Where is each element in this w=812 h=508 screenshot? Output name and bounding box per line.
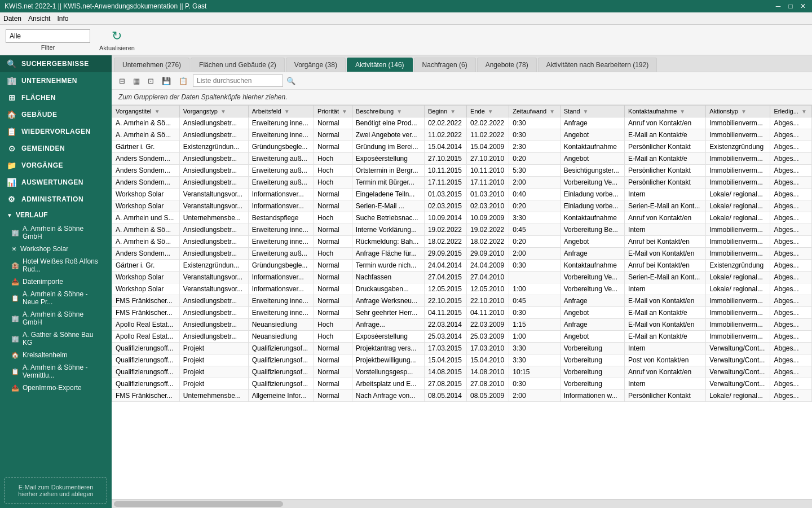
table-row[interactable]: Qualifizierungsoff...ProjektQualifizieru… [112, 343, 812, 354]
verlauf-item-hotel[interactable]: 🏨 Hotel Weißes Roß Alfons Rud... [0, 255, 112, 275]
sidebar-item-flaechen[interactable]: ⊞ FLÄCHEN [0, 89, 112, 106]
sidebar-item-administration[interactable]: ⚙ ADMINISTRATION [0, 191, 112, 208]
table-cell: Normal [314, 200, 352, 212]
tab-aktivitaeten[interactable]: Aktivitäten (146) [347, 58, 413, 72]
verlauf-item-gather[interactable]: 🏢 A. Gather & Söhne Bau KG [0, 329, 112, 349]
tab-aktivitaeten-bearbeiter[interactable]: Aktivitäten nach Bearbeitern (192) [538, 58, 657, 72]
close-button[interactable]: ✕ [798, 2, 807, 10]
table-cell: Vorbereitung [560, 378, 624, 390]
verlauf-item-label: A. Amrhein & Söhne - Neue Pr... [23, 290, 105, 306]
tab-flaechen[interactable]: Flächen und Gebäude (2) [191, 58, 285, 72]
col-beschreibung[interactable]: Beschreibung ▼ [352, 106, 424, 117]
data-table-wrapper[interactable]: Vorgangstitel ▼ Vorgangstyp ▼ Arbeitsfel… [112, 105, 812, 499]
col-prioritaet[interactable]: Priorität ▼ [314, 106, 352, 117]
col-erledigt[interactable]: Erledig... ▼ [770, 106, 812, 117]
table-row[interactable]: A. Amrhein & Sö...Ansiedlungsbetr...Erwe… [112, 236, 812, 248]
table-cell: Immobilienverm... [706, 248, 770, 260]
sidebar-item-suchergebnisse[interactable]: 🔍 SUCHERGEBNISSE [0, 55, 112, 72]
table-row[interactable]: Anders Sondern...Ansiedlungsbetr...Erwei… [112, 177, 812, 189]
sidebar-item-auswertungen[interactable]: 📊 AUSWERTUNGEN [0, 174, 112, 191]
col-zeitaufwand[interactable]: Zeitaufwand ▼ [509, 106, 560, 117]
verlauf-item-amrhein-gmbh2[interactable]: 🏢 A. Amrhein & Söhne GmbH [0, 308, 112, 329]
col-kontaktaufnahme[interactable]: Kontaktaufnahme ▼ [625, 106, 706, 117]
table-row[interactable]: Workshop SolarVeranstaltungsvor...Inform… [112, 200, 812, 212]
tool-grid-btn[interactable]: ▦ [130, 75, 143, 87]
col-vorgangstyp[interactable]: Vorgangstyp ▼ [179, 106, 248, 117]
table-row[interactable]: Gärtner i. Gr.Existenzgründun...Gründung… [112, 260, 812, 271]
table-row[interactable]: Anders Sondern...Ansiedlungsbetr...Erwei… [112, 153, 812, 165]
menu-info[interactable]: Info [57, 15, 68, 23]
tool-copy-btn[interactable]: 📋 [176, 75, 191, 87]
grid-icon: ⊞ [7, 93, 17, 102]
refresh-group[interactable]: ↻ Aktualisieren [99, 29, 135, 51]
sidebar-item-gebaeude[interactable]: 🏠 GEBÄUDE [0, 106, 112, 123]
menu-daten[interactable]: Daten [3, 15, 21, 23]
menu-ansicht[interactable]: Ansicht [28, 15, 50, 23]
table-row[interactable]: A. Amrhein und S...Unternehmensbe...Best… [112, 212, 812, 224]
filter-group: Filter [6, 29, 90, 51]
table-row[interactable]: Workshop SolarVeranstaltungsvor...Inform… [112, 271, 812, 283]
scrollbar-thumb[interactable] [114, 501, 283, 507]
table-row[interactable]: A. Amrhein & Sö...Ansiedlungsbetr...Erwe… [112, 117, 812, 129]
table-row[interactable]: Anders Sondern...Ansiedlungsbetr...Erwei… [112, 165, 812, 177]
table-cell: Ansiedlungsbetr... [179, 117, 248, 129]
table-row[interactable]: Anders Sondern...Ansiedlungsbetr...Erwei… [112, 248, 812, 260]
search-input[interactable] [6, 29, 90, 43]
col-vorgangstitel[interactable]: Vorgangstitel ▼ [112, 106, 180, 117]
tool-save-btn[interactable]: 💾 [159, 75, 174, 87]
list-search-button[interactable]: 🔍 [286, 77, 295, 85]
table-row[interactable]: FMS Fränkischer...Ansiedlungsbetr...Erwe… [112, 295, 812, 307]
table-row[interactable]: Workshop SolarVeranstaltungsvor...Inform… [112, 189, 812, 200]
table-cell: Besichtigungster... [560, 165, 624, 177]
table-row[interactable]: Qualifizierungsoff...ProjektQualifizieru… [112, 378, 812, 390]
tool-toggle-btn[interactable]: ⊟ [116, 75, 128, 87]
verlauf-item-amrhein-neue[interactable]: 📋 A. Amrhein & Söhne - Neue Pr... [0, 288, 112, 308]
col-stand[interactable]: Stand ▼ [560, 106, 624, 117]
verlauf-item-kreisaltenheim[interactable]: 🏠 Kreisaltenheim [0, 349, 112, 361]
table-cell: Normal [314, 343, 352, 354]
tab-vorgaenge[interactable]: Vorgänge (38) [286, 58, 346, 72]
table-cell: 14.08.2015 [424, 366, 466, 378]
table-row[interactable]: FMS Fränkischer...Unternehmensbe...Allge… [112, 390, 812, 402]
table-cell: Druckausgaben... [352, 283, 424, 295]
sidebar-item-unternehmen[interactable]: 🏢 UNTERNEHMEN [0, 72, 112, 89]
table-row[interactable]: FMS Fränkischer...Ansiedlungsbetr...Erwe… [112, 307, 812, 319]
verlauf-item-workshop-solar[interactable]: ☀ Workshop Solar [0, 243, 112, 255]
table-row[interactable]: Workshop SolarVeranstaltungsvor...Inform… [112, 283, 812, 295]
list-search-input[interactable] [193, 75, 283, 87]
sidebar-label-wiedervorlagen: WIEDERVORLAGEN [21, 128, 91, 135]
maximize-button[interactable]: □ [786, 2, 795, 10]
table-row[interactable]: Qualifizierungsoff...ProjektQualifizieru… [112, 366, 812, 378]
sidebar-item-vorgaenge[interactable]: 📁 VORGÄNGE [0, 157, 112, 174]
table-row[interactable]: Gärtner i. Gr.Existenzgründun...Gründung… [112, 141, 812, 153]
verlauf-header[interactable]: ▼ VERLAUF [0, 208, 112, 222]
horizontal-scrollbar[interactable] [112, 499, 812, 508]
verlauf-export-icon: 📤 [11, 384, 19, 392]
table-row[interactable]: Apollo Real Estat...Ansiedlungsbetr...Ne… [112, 331, 812, 343]
verlauf-item-datenimporte[interactable]: 📥 Datenimporte [0, 275, 112, 288]
table-cell: Immobilienverm... [706, 129, 770, 141]
table-cell: Abges... [770, 354, 812, 366]
sidebar-item-wiedervorlagen[interactable]: 📋 WIEDERVORLAGEN [0, 123, 112, 140]
table-cell: Projekt [179, 343, 248, 354]
table-row[interactable]: A. Amrhein & Sö...Ansiedlungsbetr...Erwe… [112, 224, 812, 236]
col-aktionstyp[interactable]: Aktionstyp ▼ [706, 106, 770, 117]
table-cell: Informationsver... [248, 283, 314, 295]
tab-angebote[interactable]: Angebote (78) [477, 58, 537, 72]
gear-icon: ⚙ [7, 195, 17, 204]
tool-expand-btn[interactable]: ⊡ [145, 75, 157, 87]
tab-unternehmen[interactable]: Unternehmen (276) [114, 58, 189, 72]
col-beginn[interactable]: Beginn ▼ [424, 106, 466, 117]
col-ende[interactable]: Ende ▼ [467, 106, 509, 117]
table-row[interactable]: A. Amrhein & Sö...Ansiedlungsbetr...Erwe… [112, 129, 812, 141]
col-arbeitsfeld[interactable]: Arbeitsfeld ▼ [248, 106, 314, 117]
table-row[interactable]: Qualifizierungsoff...ProjektQualifizieru… [112, 354, 812, 366]
verlauf-item-amrhein-vermittlu[interactable]: 📋 A. Amrhein & Söhne - Vermittlu... [0, 361, 112, 382]
verlauf-item-amrhein-gmbh[interactable]: 🏢 A. Amrhein & Söhne GmbH [0, 222, 112, 243]
tab-nachfragen[interactable]: Nachfragen (6) [414, 58, 476, 72]
table-cell: Existenzgründun... [179, 260, 248, 271]
verlauf-item-openimmo[interactable]: 📤 OpenImmo-Exporte [0, 382, 112, 394]
table-row[interactable]: Apollo Real Estat...Ansiedlungsbetr...Ne… [112, 319, 812, 331]
sidebar-item-gemeinden[interactable]: ⊙ GEMEINDEN [0, 140, 112, 157]
minimize-button[interactable]: ─ [774, 2, 783, 10]
